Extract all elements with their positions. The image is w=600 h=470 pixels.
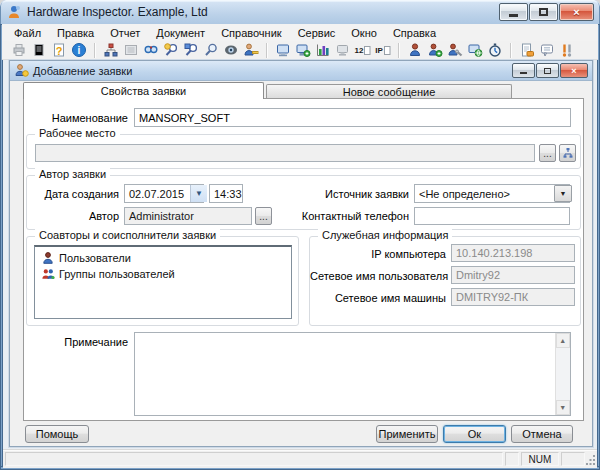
help-button[interactable]: Помощь (25, 425, 89, 443)
title-bar: Hardware Inspector. Example, Ltd × (0, 0, 600, 24)
request-source-combo[interactable]: <Не определено> ▼ (414, 184, 570, 203)
menu-edit[interactable]: Правка (49, 26, 102, 40)
eye-icon[interactable] (221, 42, 241, 59)
menu-report[interactable]: Отчет (102, 26, 148, 40)
inventory-number-icon[interactable]: 12 (353, 42, 373, 59)
tree-icon[interactable] (101, 42, 121, 59)
toolbar-separator (398, 43, 400, 58)
computer-add-icon[interactable] (293, 42, 313, 59)
tools-icon[interactable] (557, 42, 577, 59)
resize-grip[interactable] (586, 455, 596, 467)
add-request-icon (14, 63, 29, 78)
workplace-browse-button[interactable]: ... (539, 144, 556, 162)
ok-button[interactable]: Ок (443, 425, 506, 443)
user-group-icon (41, 267, 55, 281)
close-button[interactable]: × (559, 3, 594, 21)
user-key-icon[interactable] (241, 42, 261, 59)
name-input[interactable] (134, 108, 571, 127)
scroll-down-icon[interactable]: ▼ (556, 400, 570, 415)
workplace-group-label: Рабочее место (35, 127, 120, 139)
search-device-icon[interactable] (181, 42, 201, 59)
user-add-icon[interactable] (425, 42, 445, 59)
user-tools-icon[interactable] (445, 42, 465, 59)
contact-phone-input[interactable] (414, 207, 570, 225)
search-users-icon[interactable] (141, 42, 161, 59)
close-icon: × (573, 7, 579, 17)
message-icon[interactable] (537, 42, 557, 59)
search-history-icon[interactable] (161, 42, 181, 59)
computer-globe-icon[interactable] (465, 42, 485, 59)
tab-new-message[interactable]: Новое сообщение (266, 84, 512, 99)
dialog-minimize-button[interactable] (512, 63, 535, 78)
author-browse-button[interactable]: ... (255, 207, 272, 225)
workplace-tree-button[interactable] (559, 144, 576, 162)
menu-bar: Файл Правка Отчет Документ Справочник Се… (2, 24, 598, 41)
menu-file[interactable]: Файл (6, 26, 49, 40)
computer-icon[interactable] (273, 42, 293, 59)
machine-name-label: Сетевое имя машины (310, 292, 446, 304)
list-item-users[interactable]: Пользователи (37, 250, 289, 266)
status-num-pane: NUM (521, 452, 559, 466)
dialog-title-bar: Добавление заявки × (10, 61, 592, 81)
toolbar-separator (94, 43, 96, 58)
magnifier-icon[interactable] (201, 42, 221, 59)
menu-window[interactable]: Окно (343, 26, 385, 40)
note-field-wrapper: ▲ ▼ (134, 332, 571, 416)
menu-help[interactable]: Справка (385, 26, 444, 40)
cancel-button[interactable]: Отмена (511, 425, 573, 443)
status-pane (561, 452, 585, 466)
preview-icon (29, 42, 49, 59)
note-label: Примечание (24, 336, 128, 348)
creation-date-value: 02.07.2015 (129, 188, 184, 200)
author-group-label: Автор заявки (35, 168, 110, 180)
toolbar: ? i 12 IP (2, 41, 598, 60)
list-item-label: Пользователи (59, 252, 131, 264)
name-label: Наименование (24, 112, 128, 124)
scroll-up-icon[interactable]: ▲ (556, 333, 570, 348)
user-icon[interactable] (405, 42, 425, 59)
maximize-icon (539, 8, 548, 16)
ip-address-icon[interactable]: IP (373, 42, 393, 59)
new-document-icon[interactable] (517, 42, 537, 59)
creation-date-combo[interactable]: 02.07.2015 ▼ (124, 184, 204, 203)
menu-reference[interactable]: Справочник (213, 26, 290, 40)
note-textarea[interactable] (135, 333, 555, 415)
stopwatch-icon[interactable] (485, 42, 505, 59)
dialog-title: Добавление заявки (33, 65, 132, 77)
minimize-button[interactable] (499, 3, 528, 21)
machine-name-field: DMITRY92-ПК (451, 288, 575, 306)
list-item-user-groups[interactable]: Группы пользователей (37, 266, 289, 282)
tab-request-properties[interactable]: Свойства заявки (23, 82, 264, 99)
network-user-label: Сетевое имя пользователя (310, 270, 446, 282)
service-group-label: Служебная информация (318, 229, 452, 241)
svg-text:i: i (78, 45, 81, 56)
ip-field: 10.140.213.198 (451, 244, 575, 262)
status-main-pane (5, 452, 503, 466)
note-scrollbar[interactable]: ▲ ▼ (555, 333, 570, 415)
menu-service[interactable]: Сервис (290, 26, 344, 40)
user-icon (41, 251, 55, 265)
chevron-down-icon[interactable]: ▼ (190, 185, 207, 202)
chevron-down-icon[interactable]: ▼ (554, 185, 572, 202)
minimize-icon (520, 72, 527, 74)
workplace-tree-icon (562, 147, 574, 159)
coauthors-group-label: Соавторы и соисполнители заявки (35, 229, 220, 241)
author-groupbox: Автор заявки Дата создания 02.07.2015 ▼ … (26, 175, 581, 230)
apply-button[interactable]: Применить (376, 425, 438, 443)
info-icon[interactable]: i (69, 42, 89, 59)
ip-label: IP компьютера (310, 248, 446, 260)
coauthors-groupbox: Соавторы и соисполнители заявки Пользова… (26, 236, 299, 326)
chart-icon[interactable] (313, 42, 333, 59)
creation-time-field[interactable]: 14:33 (209, 184, 243, 203)
workplace-field (35, 144, 535, 162)
main-window: Hardware Inspector. Example, Ltd × Файл … (0, 0, 600, 470)
creation-date-label: Дата создания (27, 188, 119, 200)
dialog-close-button[interactable]: × (560, 63, 588, 78)
help-icon[interactable]: ? (49, 42, 69, 59)
workplace-groupbox: Рабочее место ... (26, 134, 581, 169)
maximize-button[interactable] (529, 3, 558, 21)
menu-document[interactable]: Документ (148, 26, 213, 40)
list-item-label: Группы пользователей (59, 268, 175, 280)
toolbar-separator (266, 43, 268, 58)
dialog-maximize-button[interactable] (536, 63, 559, 78)
